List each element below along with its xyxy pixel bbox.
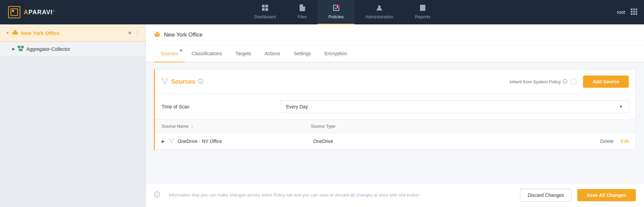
nav-files-label: Files [298, 14, 307, 19]
org-icon [12, 29, 18, 37]
breadcrumb-text: New York Office [164, 32, 203, 38]
table-header: Source Name ↓ Source Type [155, 120, 636, 133]
reports-icon [420, 4, 426, 13]
inherit-label: Inherit from System Policy [509, 79, 561, 84]
sidebar-more-icon[interactable]: ⋮ [135, 30, 140, 36]
svg-rect-12 [421, 8, 424, 8]
footer-bar: Information that you can make changes ac… [146, 183, 644, 207]
svg-point-25 [16, 32, 18, 34]
logo: APARAVI® [0, 6, 75, 18]
row-expand-icon[interactable]: ▶ [162, 139, 165, 144]
svg-point-49 [173, 138, 174, 140]
inherit-checkbox[interactable] [571, 79, 576, 84]
nav-files[interactable]: Files [287, 0, 318, 24]
tab-targets[interactable]: Targets [229, 45, 258, 62]
row-delete-button[interactable]: Delete [600, 139, 613, 144]
nav-reports-label: Reports [415, 14, 430, 19]
tab-sources[interactable]: Sources [154, 45, 185, 62]
tab-settings-label: Settings [294, 51, 311, 56]
sidebar: ▼ New York Office ⋮ ▶ [0, 24, 146, 207]
svg-rect-21 [633, 13, 635, 15]
svg-point-35 [162, 78, 164, 80]
footer-info-icon [154, 191, 160, 199]
nav-dashboard[interactable]: Dashboard [243, 0, 287, 24]
child-chevron-icon: ▶ [12, 47, 15, 51]
svg-point-50 [171, 142, 172, 143]
sort-icon: ↓ [191, 124, 193, 128]
sidebar-dot [128, 32, 131, 34]
svg-point-33 [155, 34, 156, 35]
nav-user: root [617, 9, 625, 15]
row-edit-button[interactable]: Edit [621, 139, 629, 144]
sidebar-child-label: Aggregator-Collector [26, 46, 70, 52]
sources-card: Sources Inherit from System Policy Add S… [154, 69, 636, 150]
tab-classifications[interactable]: Classifications [185, 45, 228, 62]
tabs-bar: Sources Classifications Targets Actions … [146, 45, 644, 62]
svg-point-47 [565, 80, 565, 80]
policies-icon: ! [333, 4, 340, 13]
logo-text: APARAVI® [24, 9, 55, 16]
tab-targets-label: Targets [236, 51, 251, 56]
child-agg-icon [18, 46, 24, 52]
scan-row: Time of Scan Every Day ▼ [155, 94, 636, 120]
inherit-info-icon [563, 79, 567, 85]
breadcrumb: New York Office [146, 24, 644, 45]
svg-rect-17 [631, 11, 632, 13]
sidebar-item-org[interactable]: ▼ New York Office ⋮ [0, 24, 145, 42]
nav-right: root [610, 8, 644, 17]
discard-changes-button[interactable]: Discard Changes [520, 189, 572, 202]
col-header-type: Source Type [311, 124, 629, 129]
tab-actions-label: Actions [265, 51, 280, 56]
svg-rect-3 [265, 5, 268, 7]
nav-administration-label: Administration [365, 14, 393, 19]
logo-icon [8, 6, 20, 18]
sources-title: Sources [171, 78, 195, 85]
svg-point-9 [378, 5, 381, 8]
svg-text:!: ! [337, 5, 338, 7]
main-content: New York Office Sources Classifications … [146, 24, 644, 207]
nav-reports[interactable]: Reports [404, 0, 441, 24]
administration-icon [376, 4, 383, 13]
nav-administration[interactable]: Administration [355, 0, 404, 24]
tab-sources-dot [180, 49, 182, 51]
svg-rect-18 [633, 11, 635, 13]
chevron-down-icon: ▼ [5, 30, 9, 35]
svg-point-48 [169, 138, 170, 140]
sources-fork-icon [162, 78, 168, 86]
sources-table: Source Name ↓ Source Type ▶ [155, 120, 636, 150]
svg-point-32 [156, 32, 159, 34]
svg-point-24 [12, 32, 14, 34]
svg-rect-4 [262, 8, 265, 11]
nav-policies[interactable]: ! Policies [318, 0, 355, 24]
svg-rect-14 [631, 8, 632, 10]
svg-point-57 [157, 193, 157, 194]
top-nav: APARAVI® Dashboard Files ! Pol [0, 0, 644, 24]
nav-policies-label: Policies [328, 14, 344, 19]
sources-info-icon [198, 79, 203, 85]
sidebar-item-child[interactable]: ▶ Aggregator-Collector [0, 42, 145, 56]
scan-select-value: Every Day [286, 104, 308, 109]
dashboard-icon [262, 4, 268, 13]
svg-rect-22 [636, 13, 637, 15]
tab-encryption[interactable]: Encryption [318, 45, 354, 62]
row-source-name: OneDrive - NY Office [178, 139, 313, 144]
add-source-button[interactable]: Add Source [583, 76, 629, 88]
svg-rect-1 [12, 10, 14, 12]
tab-actions[interactable]: Actions [258, 45, 287, 62]
svg-rect-19 [636, 11, 637, 13]
scan-select[interactable]: Every Day ▼ [280, 100, 629, 113]
scan-label: Time of Scan [162, 104, 280, 109]
svg-point-23 [14, 30, 16, 33]
svg-rect-20 [631, 13, 632, 15]
sidebar-org-label: New York Office [21, 30, 128, 36]
nav-items: Dashboard Files ! Policies Admi [75, 0, 610, 24]
sources-header: Sources Inherit from System Policy Add S… [155, 69, 636, 94]
tab-settings[interactable]: Settings [287, 45, 318, 62]
svg-rect-5 [265, 8, 268, 11]
files-icon [299, 4, 305, 13]
content-area: Sources Inherit from System Policy Add S… [146, 62, 644, 183]
svg-rect-15 [633, 8, 635, 10]
nav-grid-icon[interactable] [630, 8, 637, 17]
save-all-changes-button[interactable]: Save All Changes [577, 189, 636, 201]
tab-encryption-label: Encryption [324, 51, 347, 56]
